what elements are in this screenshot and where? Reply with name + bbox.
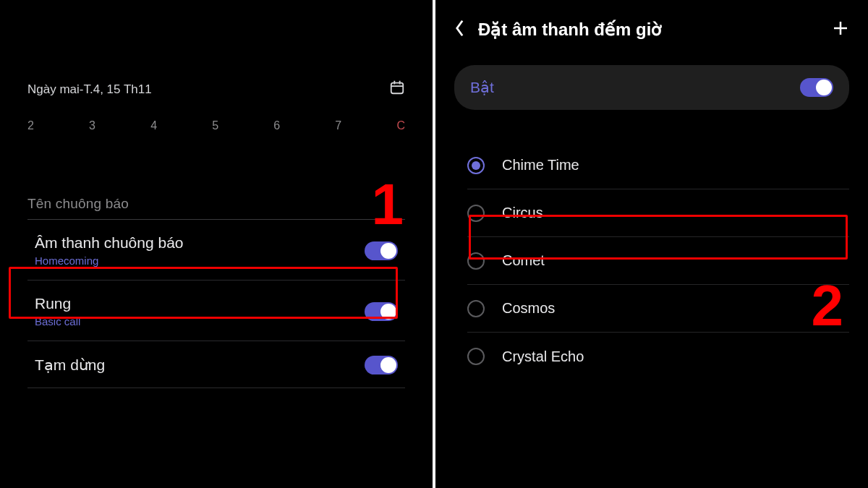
day-4[interactable]: 4 <box>150 119 157 132</box>
sound-name: Comet <box>502 252 545 269</box>
vibration-row[interactable]: Rung Basic call <box>27 281 405 341</box>
sound-name: Cosmos <box>502 300 555 317</box>
enable-label: Bật <box>470 79 494 96</box>
day-5[interactable]: 5 <box>212 119 218 132</box>
sound-item-chime-time[interactable]: Chime Time <box>467 142 849 189</box>
day-2[interactable]: 2 <box>27 119 34 132</box>
snooze-label: Tạm dừng <box>35 356 105 374</box>
alarm-sound-toggle[interactable] <box>365 241 398 260</box>
enable-toggle-row[interactable]: Bật <box>454 65 849 110</box>
sound-item-circus[interactable]: Circus <box>467 189 849 237</box>
sound-list: Chime Time Circus Comet Cosmos Crystal E… <box>467 142 849 380</box>
sound-name: Circus <box>502 205 543 221</box>
sound-item-cosmos[interactable]: Cosmos <box>467 285 849 333</box>
date-row[interactable]: Ngày mai-T.4, 15 Th11 <box>27 80 405 99</box>
enable-toggle[interactable] <box>800 78 833 97</box>
day-3[interactable]: 3 <box>89 119 95 132</box>
radio-icon[interactable] <box>467 157 485 174</box>
day-6[interactable]: 6 <box>273 119 280 132</box>
alarm-settings-screen: Ngày mai-T.4, 15 Th11 2 3 4 5 6 7 C Tên … <box>0 0 435 488</box>
snooze-toggle[interactable] <box>365 356 398 374</box>
back-icon[interactable] <box>454 19 465 40</box>
day-selector[interactable]: 2 3 4 5 6 7 C <box>27 119 405 132</box>
header: Đặt âm thanh đếm giờ <box>435 0 868 40</box>
calendar-icon[interactable] <box>389 80 405 99</box>
radio-icon[interactable] <box>467 252 485 270</box>
alarm-sound-row[interactable]: Âm thanh chuông báo Homecoming <box>27 220 405 281</box>
alarm-name-input[interactable]: Tên chuông báo <box>27 196 405 220</box>
svg-rect-0 <box>391 83 404 94</box>
date-label: Ngày mai-T.4, 15 Th11 <box>27 82 152 97</box>
alarm-sound-sub: Homecoming <box>35 254 184 267</box>
sound-name: Crystal Echo <box>502 348 584 365</box>
day-7[interactable]: 7 <box>335 119 341 132</box>
vibration-toggle[interactable] <box>365 302 398 321</box>
alarm-sound-label: Âm thanh chuông báo <box>35 234 184 252</box>
snooze-row[interactable]: Tạm dừng <box>27 341 405 388</box>
timer-sound-screen: Đặt âm thanh đếm giờ Bật Chime Time Circ… <box>435 0 868 488</box>
sound-item-comet[interactable]: Comet <box>467 237 849 285</box>
sound-name: Chime Time <box>502 157 579 174</box>
sound-item-crystal-echo[interactable]: Crystal Echo <box>467 333 849 380</box>
radio-icon[interactable] <box>467 205 485 222</box>
vibration-label: Rung <box>35 295 80 312</box>
radio-icon[interactable] <box>467 300 485 317</box>
radio-icon[interactable] <box>467 348 485 365</box>
vibration-sub: Basic call <box>35 315 80 328</box>
page-title: Đặt âm thanh đếm giờ <box>478 20 662 40</box>
plus-icon[interactable] <box>832 20 849 40</box>
day-sun[interactable]: C <box>396 119 405 132</box>
